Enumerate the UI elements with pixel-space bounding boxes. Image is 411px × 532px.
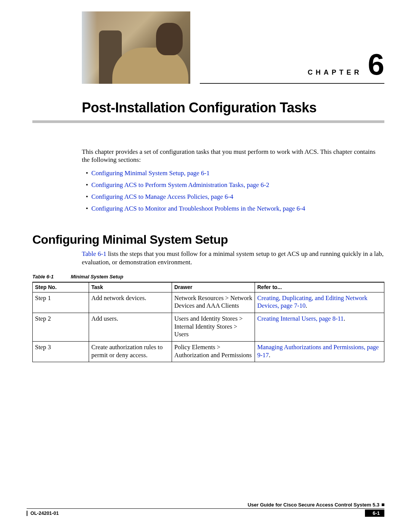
footer-ol-group: OL-24201-01 (27, 511, 59, 516)
table-row: Step 1 Add network devices. Network Reso… (33, 292, 384, 313)
title-rule (32, 120, 384, 123)
section-link[interactable]: Configuring Minimal System Setup, page 6… (91, 169, 210, 177)
refer-link[interactable]: Creating Internal Users, page 8-11 (257, 315, 344, 322)
col-refer: Refer to... (255, 282, 384, 292)
list-item: Configuring ACS to Perform System Admini… (91, 180, 384, 190)
section-heading: Configuring Minimal System Setup (32, 233, 384, 247)
cell-task: Add network devices. (89, 292, 172, 313)
table-caption-title: Minimal System Setup (71, 274, 123, 280)
cell-drawer: Users and Identity Stores > Internal Ide… (172, 313, 255, 342)
refer-link[interactable]: Managing Authorizations and Permissions,… (257, 343, 379, 359)
cell-task: Add users. (89, 313, 172, 342)
chapter-hero-image (82, 11, 190, 84)
footer-page-number: 6-1 (365, 510, 384, 517)
cell-drawer: Policy Elements > Authorization and Perm… (172, 341, 255, 362)
section-body-text: lists the steps that you must follow for… (82, 250, 384, 265)
cell-refer: Creating Internal Users, page 8-11. (255, 313, 384, 342)
footer-bottom-line: OL-24201-01 6-1 (27, 508, 384, 517)
page: CHAPTER 6 Post-Installation Configuratio… (0, 0, 411, 532)
table-row: Step 3 Create authorization rules to per… (33, 341, 384, 362)
table-caption-number: Table 6-1 (32, 274, 54, 280)
cell-refer: Creating, Duplicating, and Editing Netwo… (255, 292, 384, 313)
cell-task: Create authorization rules to permit or … (89, 341, 172, 362)
table-row: Step 2 Add users. Users and Identity Sto… (33, 313, 384, 342)
table-caption: Table 6-1Minimal System Setup (32, 274, 384, 280)
setup-table: Step No. Task Drawer Refer to... Step 1 … (32, 282, 384, 362)
section-body: Table 6-1 lists the steps that you must … (82, 250, 384, 266)
footer-guide-title: User Guide for Cisco Secure Access Contr… (248, 502, 379, 508)
footer-ol: OL-24201-01 (30, 511, 59, 516)
refer-link[interactable]: Creating, Duplicating, and Editing Netwo… (257, 294, 368, 310)
footer-guide-line: User Guide for Cisco Secure Access Contr… (27, 502, 384, 508)
chapter-intro: This chapter provides a set of configura… (82, 148, 384, 164)
footer-bar-icon (27, 511, 27, 516)
cell-step: Step 3 (33, 341, 89, 362)
section-link[interactable]: Configuring ACS to Monitor and Troublesh… (91, 205, 305, 212)
cell-step: Step 2 (33, 313, 89, 342)
cell-drawer: Network Resources > Network Devices and … (172, 292, 255, 313)
chapter-number: 6 (368, 50, 384, 79)
section-links-list: Configuring Minimal System Setup, page 6… (82, 168, 384, 214)
chapter-label: CHAPTER 6 (200, 50, 384, 84)
chapter-title: Post-Installation Configuration Tasks (82, 100, 384, 116)
col-task: Task (89, 282, 172, 292)
col-drawer: Drawer (172, 282, 255, 292)
table-ref-link[interactable]: Table 6-1 (82, 250, 106, 257)
list-item: Configuring ACS to Monitor and Troublesh… (91, 203, 384, 214)
table-header-row: Step No. Task Drawer Refer to... (33, 282, 384, 292)
cell-step: Step 1 (33, 292, 89, 313)
section-link[interactable]: Configuring ACS to Perform System Admini… (91, 181, 269, 189)
cell-refer: Managing Authorizations and Permissions,… (255, 341, 384, 362)
page-footer: User Guide for Cisco Secure Access Contr… (27, 502, 384, 517)
square-icon (382, 503, 384, 506)
col-step: Step No. (33, 282, 89, 292)
list-item: Configuring Minimal System Setup, page 6… (91, 168, 384, 178)
section-link[interactable]: Configuring ACS to Manage Access Policie… (91, 193, 233, 200)
list-item: Configuring ACS to Manage Access Policie… (91, 192, 384, 202)
chapter-word: CHAPTER (308, 69, 362, 77)
chapter-header-row: CHAPTER 6 (82, 11, 384, 84)
